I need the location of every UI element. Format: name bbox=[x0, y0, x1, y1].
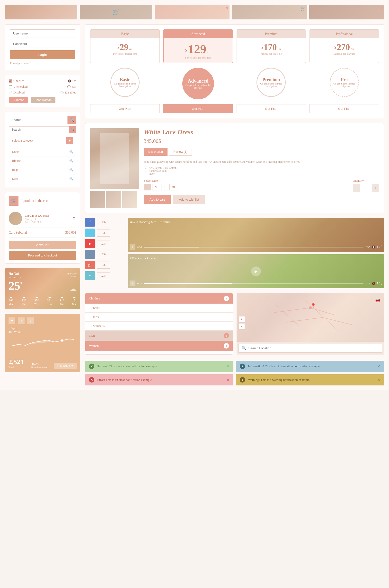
weather-day-mon: ☁ 20° Mon bbox=[8, 295, 14, 305]
add-to-wishlist-button[interactable]: Add to wishlist bbox=[173, 195, 205, 204]
checked-checkbox[interactable] bbox=[9, 80, 12, 83]
quantity-section: Quantity − + bbox=[353, 179, 379, 192]
checkout-button[interactable]: Proceed to checkout bbox=[9, 251, 76, 260]
social-tumblr: t 123k bbox=[85, 250, 124, 259]
weather-time: 24:35 bbox=[66, 275, 77, 278]
search-input[interactable] bbox=[9, 116, 67, 124]
quantity-decrease-button[interactable]: − bbox=[353, 184, 360, 192]
cart-delete-button[interactable]: 🗑 bbox=[72, 216, 76, 221]
banner-img-4: 🛒 bbox=[232, 5, 307, 19]
video-col: Kill a mocking bird · Jasmine ⏸ 0:34 2:5… bbox=[128, 218, 384, 288]
size-m-button[interactable]: M bbox=[152, 184, 160, 190]
weather-sat-label: Sat bbox=[60, 302, 64, 305]
video-1-mute-button[interactable]: 🔇 bbox=[372, 245, 375, 249]
get-plan-professional-button[interactable]: Get Plan bbox=[310, 104, 379, 113]
category-women-header[interactable]: Women 4 bbox=[85, 341, 233, 351]
quantity-input[interactable] bbox=[360, 185, 372, 191]
get-plan-premium-button[interactable]: Get Plan bbox=[237, 104, 306, 113]
stats-menu-button[interactable]: ≡ bbox=[27, 317, 34, 324]
video-1-share-button[interactable]: ⤴ bbox=[377, 245, 378, 249]
badge-basic-name: Basic bbox=[120, 77, 130, 82]
svg-line-4 bbox=[322, 317, 352, 325]
username-input[interactable] bbox=[10, 29, 75, 37]
small-search-input[interactable] bbox=[9, 126, 69, 133]
warning-close-button[interactable]: ✕ bbox=[377, 378, 380, 382]
password-input[interactable] bbox=[10, 40, 75, 48]
facebook-count: 123k bbox=[97, 219, 110, 226]
get-plan-advanced-button[interactable]: Get Plan bbox=[163, 104, 233, 113]
size-s-button[interactable]: S bbox=[144, 184, 151, 190]
tab-review[interactable]: Review (1) bbox=[169, 148, 192, 156]
size-label: Select Size bbox=[144, 179, 178, 183]
svg-line-2 bbox=[310, 308, 334, 315]
on-radio[interactable] bbox=[68, 80, 71, 83]
pricing-advanced-suffix: /m. bbox=[207, 50, 211, 54]
stats-panel: ♥ 👁 ≡ 6 April 402 Woua 2,521 Total bbox=[5, 314, 80, 372]
quantity-increase-button[interactable]: + bbox=[372, 184, 379, 192]
map-background: 📍 🚗 + - bbox=[237, 293, 384, 342]
get-plan-basic-button[interactable]: Get Plan bbox=[90, 104, 160, 113]
forgot-password-link[interactable]: Forgot password ? bbox=[10, 61, 75, 65]
youtube-icon[interactable]: ▶ bbox=[85, 239, 95, 248]
product-thumb-3[interactable] bbox=[122, 191, 137, 208]
unchecked-checkbox[interactable] bbox=[9, 85, 12, 88]
this-week-button[interactable]: This week ▼ bbox=[54, 363, 77, 369]
video-2-mute-button[interactable]: 🔇 bbox=[372, 282, 375, 285]
category-swimsuits[interactable]: Swimsuits bbox=[85, 322, 233, 331]
weather-day: Wednesday bbox=[8, 276, 21, 279]
category-men-header[interactable]: Men 8 bbox=[85, 331, 233, 341]
view-cart-button[interactable]: View Cart bbox=[9, 241, 76, 249]
map-search-input[interactable] bbox=[249, 346, 379, 350]
tumblr-icon[interactable]: t bbox=[85, 250, 95, 259]
video-2-time-total: 2:13 bbox=[365, 282, 370, 285]
add-to-cart-button[interactable]: Add to cart bbox=[144, 195, 171, 204]
shop-woman-button[interactable]: Shop woman bbox=[31, 97, 55, 103]
map-zoom-out-button[interactable]: - bbox=[238, 323, 245, 330]
info-close-button[interactable]: ✕ bbox=[377, 364, 380, 369]
category-children-header[interactable]: Children 8 bbox=[85, 293, 233, 304]
tab-description[interactable]: Description bbox=[144, 148, 167, 156]
vimeo-icon[interactable]: v bbox=[85, 271, 95, 280]
category-lace[interactable]: Lace 🔍 bbox=[9, 174, 76, 183]
pricing-badge-basic: Basic Go get it done in three 1st of pri… bbox=[110, 68, 140, 97]
video-2-share-button[interactable]: ⤴ bbox=[377, 282, 378, 285]
main-search-wrap: 🔍 bbox=[9, 116, 76, 124]
google-plus-icon[interactable]: g+ bbox=[85, 261, 95, 269]
login-button[interactable]: Login bbox=[10, 50, 75, 59]
weather-sun-label: Sun bbox=[72, 302, 77, 305]
category-shorts[interactable]: Shorts bbox=[85, 304, 233, 312]
video-2-progress-fill bbox=[144, 283, 232, 284]
stats-eye-button[interactable]: 👁 bbox=[18, 317, 25, 324]
category-bags[interactable]: Bags 🔍 bbox=[9, 165, 76, 174]
category-blouse[interactable]: Blouse 🔍 bbox=[9, 156, 76, 165]
success-close-button[interactable]: ✕ bbox=[226, 364, 229, 369]
twitter-icon[interactable]: t bbox=[85, 228, 95, 237]
size-l-button[interactable]: L bbox=[161, 184, 168, 190]
product-thumb-2[interactable] bbox=[106, 191, 121, 208]
disabled-checkbox-label: Disabled bbox=[13, 91, 25, 94]
checked-label: Checked bbox=[13, 79, 24, 83]
category-list: Dress 🔍 Blouse 🔍 Bags 🔍 Lace 🔍 bbox=[9, 147, 76, 183]
map-zoom-in-button[interactable]: + bbox=[238, 316, 245, 323]
summon-button[interactable]: Summon bbox=[9, 97, 28, 103]
stats-heart-button[interactable]: ♥ bbox=[8, 317, 15, 324]
facebook-icon[interactable]: f bbox=[85, 218, 95, 227]
category-skirts[interactable]: Skirts bbox=[85, 312, 233, 322]
video-2-fullscreen-button[interactable]: ⛶ bbox=[379, 282, 382, 285]
product-thumb-1[interactable] bbox=[90, 191, 105, 208]
error-close-button[interactable]: ✕ bbox=[226, 378, 229, 382]
size-xl-button[interactable]: XL bbox=[169, 184, 178, 190]
cart-actions: View Cart Proceed to checkout bbox=[9, 241, 76, 260]
category-dress[interactable]: Dress 🔍 bbox=[9, 147, 76, 156]
svg-line-5 bbox=[276, 305, 300, 327]
small-search-button[interactable]: 🔍 bbox=[69, 126, 76, 133]
video-2-play-button[interactable]: ⏸ bbox=[130, 280, 135, 286]
category-dropdown-arrow[interactable]: ▼ bbox=[66, 137, 73, 144]
video-1-fullscreen-button[interactable]: ⛶ bbox=[379, 245, 382, 249]
weather-days-row: ☁ 20° Mon ☁ 22° Tue ☁ 25° Wed bbox=[8, 295, 77, 305]
search-button[interactable]: 🔍 bbox=[67, 116, 76, 124]
disabled-radio-label: Disabled bbox=[65, 91, 76, 94]
category-header[interactable]: Select a category ▼ bbox=[9, 135, 76, 146]
video-1-play-button[interactable]: ⏸ bbox=[130, 244, 135, 250]
off-radio[interactable] bbox=[67, 85, 70, 88]
